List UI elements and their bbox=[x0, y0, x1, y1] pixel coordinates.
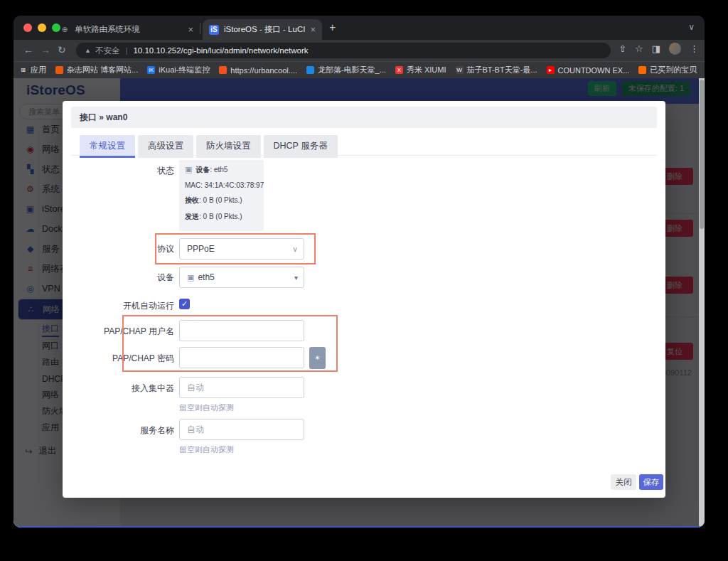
back-button[interactable]: ← bbox=[23, 44, 33, 55]
check-icon: ✓ bbox=[181, 299, 188, 308]
protocol-label: 协议 bbox=[63, 243, 174, 255]
bookmark-item[interactable]: ▸COUNTDOWN EX... bbox=[547, 66, 630, 75]
site-favicon bbox=[638, 66, 646, 74]
concentrator-label: 接入集中器 bbox=[63, 383, 174, 395]
site-favicon: iK bbox=[147, 66, 155, 74]
interface-edit-dialog: 接口 » wan0 常规设置 高级设置 防火墙设置 DHCP 服务器 状态 ▣设… bbox=[63, 101, 665, 498]
scrollbar-thumb[interactable] bbox=[700, 80, 704, 229]
istoreos-favicon: iS bbox=[209, 25, 219, 35]
pap-username-label: PAP/CHAP 用户名 bbox=[63, 326, 174, 338]
globe-favicon: ⊕ bbox=[60, 25, 70, 35]
bookmark-item[interactable]: W茄子BT-BT天堂-最... bbox=[456, 65, 537, 75]
service-name-input[interactable] bbox=[179, 419, 304, 440]
caret-down-icon: ▾ bbox=[294, 274, 298, 282]
security-label: 不安全 bbox=[95, 46, 120, 56]
tabs-divider bbox=[71, 155, 657, 156]
window-bottom-accent bbox=[14, 526, 705, 528]
bookmarks-bar: ⊞应用 杂志网站 博客网站... iKiKuai-终端监控 https://ur… bbox=[14, 61, 705, 78]
browser-toolbar: ← → ↻ ▲ 不安全 | 10.10.10.252/cgi-bin/luci/… bbox=[14, 40, 705, 61]
device-select[interactable]: ▣ eth5 ▾ bbox=[179, 267, 304, 288]
forward-button[interactable]: → bbox=[41, 44, 50, 55]
autostart-checkbox[interactable]: ✓ bbox=[179, 299, 190, 309]
new-tab-button[interactable]: + bbox=[329, 21, 336, 34]
concentrator-hint: 留空则自动探测 bbox=[179, 402, 234, 413]
page-viewport: iStoreOS 搜索菜单 ▦首页 ◉网络 ▚状态 ⚙系统 ▣iStore ☁D… bbox=[14, 78, 705, 528]
site-favicon bbox=[219, 66, 227, 74]
profile-avatar[interactable] bbox=[669, 43, 681, 55]
status-label: 状态 bbox=[63, 165, 174, 177]
warning-icon: ▲ bbox=[85, 47, 91, 54]
browser-menu-icon[interactable]: ⋮ bbox=[690, 43, 699, 54]
site-favicon: X bbox=[395, 66, 403, 74]
url-text: 10.10.10.252/cgi-bin/luci/admin/network/… bbox=[133, 46, 308, 55]
browser-tab-2-active[interactable]: iS iStoreOS - 接口 - LuCI × bbox=[203, 19, 322, 40]
close-tab-icon[interactable]: × bbox=[310, 24, 316, 35]
service-name-hint: 留空则自动探测 bbox=[179, 444, 234, 455]
close-tab-icon[interactable]: × bbox=[188, 24, 193, 35]
reload-button[interactable]: ↻ bbox=[58, 44, 66, 55]
tab-title: iStoreOS - 接口 - LuCI bbox=[224, 24, 305, 35]
pap-username-input[interactable] bbox=[179, 320, 304, 341]
bookmark-item[interactable]: 杂志网站 博客网站... bbox=[55, 65, 138, 75]
toolbar-right-icons: ⇧ ☆ ◨ ⋮ bbox=[619, 43, 699, 55]
close-button[interactable]: 关闭 bbox=[611, 474, 636, 490]
side-panel-icon[interactable]: ◨ bbox=[652, 43, 660, 54]
bookmark-star-icon[interactable]: ☆ bbox=[635, 43, 643, 54]
pap-password-input[interactable] bbox=[179, 347, 304, 368]
wordpress-favicon: W bbox=[456, 66, 464, 74]
pap-password-label: PAP/CHAP 密码 bbox=[63, 353, 174, 365]
ethernet-icon: ▣ bbox=[185, 165, 192, 173]
save-button[interactable]: 保存 bbox=[639, 474, 663, 490]
address-bar[interactable]: ▲ 不安全 | 10.10.10.252/cgi-bin/luci/admin/… bbox=[76, 43, 611, 58]
share-icon[interactable]: ⇧ bbox=[619, 43, 626, 54]
device-label: 设备 bbox=[63, 272, 174, 284]
tab-search-chevron-icon[interactable]: ∨ bbox=[688, 22, 695, 32]
browser-scrollbar[interactable] bbox=[699, 78, 705, 528]
bookmark-item[interactable]: https://urbancool.... bbox=[219, 66, 297, 75]
minimize-window-button[interactable] bbox=[38, 23, 46, 32]
reveal-password-button[interactable]: ∗ bbox=[309, 347, 326, 369]
interface-status-box: ▣设备: eth5 MAC: 34:1A:4C:03:78:97 接收: 0 B… bbox=[179, 160, 264, 231]
browser-window: ⊕ 单软路由系统环境 × iS iStoreOS - 接口 - LuCI × +… bbox=[14, 16, 705, 528]
bookmark-item[interactable]: X秀米 XIUMI bbox=[395, 65, 446, 75]
concentrator-input[interactable] bbox=[179, 377, 304, 398]
bookmark-item[interactable]: 已买到的宝贝 bbox=[638, 65, 697, 75]
youtube-favicon: ▸ bbox=[547, 66, 555, 74]
dialog-breadcrumb: 接口 » wan0 bbox=[71, 107, 657, 128]
protocol-select[interactable]: PPPoE ∨ bbox=[179, 238, 304, 260]
chevron-down-icon: ∨ bbox=[292, 245, 298, 254]
ethernet-icon: ▣ bbox=[187, 273, 194, 282]
tab-title: 单软路由系统环境 bbox=[75, 24, 183, 35]
bookmark-apps[interactable]: ⊞应用 bbox=[19, 65, 46, 75]
browser-tab-1[interactable]: ⊕ 单软路由系统环境 × bbox=[53, 19, 200, 40]
apps-grid-icon: ⊞ bbox=[19, 66, 27, 74]
service-name-label: 服务名称 bbox=[63, 424, 174, 437]
autostart-label: 开机自动运行 bbox=[63, 300, 174, 312]
bookmark-item[interactable]: iKiKuai-终端监控 bbox=[147, 65, 210, 75]
bookmark-item[interactable]: 龙部落-电影天堂_... bbox=[306, 65, 386, 75]
site-favicon bbox=[306, 66, 314, 74]
tab-separator bbox=[200, 23, 200, 34]
asterisk-icon: ∗ bbox=[315, 354, 321, 361]
screen-background: ⊕ 单软路由系统环境 × iS iStoreOS - 接口 - LuCI × +… bbox=[0, 0, 728, 561]
site-favicon bbox=[55, 66, 63, 74]
url-divider: | bbox=[124, 46, 129, 55]
close-window-button[interactable] bbox=[23, 23, 32, 32]
browser-tabstrip: ⊕ 单软路由系统环境 × iS iStoreOS - 接口 - LuCI × +… bbox=[14, 16, 705, 40]
